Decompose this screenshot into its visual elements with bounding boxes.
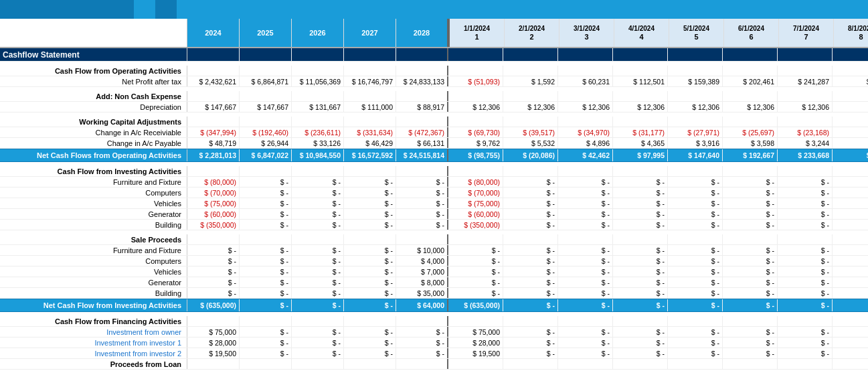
year-header-2024: 2024 bbox=[187, 19, 240, 47]
table-row: Computers$ -$ -$ -$ -$ 4,000$ -$ -$ -$ -… bbox=[0, 256, 868, 267]
tab-financial-position[interactable] bbox=[177, 0, 198, 19]
table-row: Furniture and Fixture$ (80,000)$ -$ -$ -… bbox=[0, 177, 868, 187]
table-row: Building$ (350,000)$ -$ -$ -$ -$ (350,00… bbox=[0, 220, 868, 230]
table-row: Cash Flow from Operating Activities bbox=[0, 66, 868, 76]
table-row: Sale Proceeds bbox=[0, 234, 868, 245]
month-header-5: 6/1/20246 bbox=[724, 19, 779, 47]
month-header-2: 3/1/20243 bbox=[559, 19, 614, 47]
table-row: Working Capital Adjustments bbox=[0, 117, 868, 127]
table-row: Net Profit after tax$ 2,432,621$ 6,864,8… bbox=[0, 76, 868, 87]
table-row: Building$ -$ -$ -$ -$ 35,000$ -$ -$ -$ -… bbox=[0, 288, 868, 299]
months-header: 1/1/202412/1/202423/1/202434/1/202445/1/… bbox=[450, 19, 868, 47]
column-headers: 20242025202620272028 1/1/202412/1/202423… bbox=[0, 19, 868, 48]
tab-cashflow[interactable] bbox=[155, 0, 177, 19]
data-rows: Cashflow StatementCash Flow from Operati… bbox=[0, 48, 868, 370]
month-header-3: 4/1/20244 bbox=[614, 19, 669, 47]
table-row: Add: Non Cash Expense bbox=[0, 91, 868, 102]
table-row: Investment from owner$ 75,000$ -$ -$ -$ … bbox=[0, 327, 868, 337]
tab-profit-loss[interactable] bbox=[134, 0, 155, 19]
table-row: Generator$ -$ -$ -$ -$ 8,000$ -$ -$ -$ -… bbox=[0, 277, 868, 288]
company-name[interactable] bbox=[0, 0, 134, 19]
year-header-2026: 2026 bbox=[292, 19, 344, 47]
table-row: Net Cash Flows from Operating Activities… bbox=[0, 149, 868, 162]
year-header-2027: 2027 bbox=[344, 19, 396, 47]
month-header-7: 8/1/20248 bbox=[834, 19, 868, 47]
table-row: Cashflow Statement bbox=[0, 48, 868, 62]
table-row: Net Cash Flow from Investing Activities$… bbox=[0, 299, 868, 312]
table-row: Cash Flow from Investing Activities bbox=[0, 166, 868, 177]
table-row: Generator$ (60,000)$ -$ -$ -$ -$ (60,000… bbox=[0, 209, 868, 220]
month-header-1: 2/1/20242 bbox=[505, 19, 559, 47]
years-header: 20242025202620272028 bbox=[187, 19, 450, 47]
table-row: Vehicles$ -$ -$ -$ -$ 7,000$ -$ -$ -$ -$… bbox=[0, 267, 868, 277]
month-header-0: 1/1/20241 bbox=[450, 19, 505, 47]
month-header-4: 5/1/20245 bbox=[669, 19, 724, 47]
table-row: Change in A/c Receiviable$ (347,994)$ (1… bbox=[0, 127, 868, 138]
table-row: Investment from investor 2$ 19,500$ -$ -… bbox=[0, 348, 868, 359]
label-blank bbox=[0, 19, 187, 47]
table-row: Change in A/c Payable$ 48,719$ 26,944$ 3… bbox=[0, 138, 868, 149]
table-row: Computers$ (70,000)$ -$ -$ -$ -$ (70,000… bbox=[0, 187, 868, 198]
table-row: Proceeds from Loan bbox=[0, 359, 868, 370]
table-row: Furniture and Fixture$ -$ -$ -$ -$ 10,00… bbox=[0, 245, 868, 256]
table-row: Depreciation$ 147,667$ 147,667$ 131,667$… bbox=[0, 102, 868, 112]
table-row: Cash Flow from Financing Activities bbox=[0, 316, 868, 327]
month-header-6: 7/1/20247 bbox=[779, 19, 834, 47]
top-navigation bbox=[0, 0, 868, 19]
table-row: Vehicles$ (75,000)$ -$ -$ -$ -$ (75,000)… bbox=[0, 198, 868, 209]
main-content: 20242025202620272028 1/1/202412/1/202423… bbox=[0, 19, 868, 379]
year-header-2025: 2025 bbox=[240, 19, 292, 47]
table-row: Investment from investor 1$ 28,000$ -$ -… bbox=[0, 337, 868, 348]
year-header-2028: 2028 bbox=[396, 19, 448, 47]
